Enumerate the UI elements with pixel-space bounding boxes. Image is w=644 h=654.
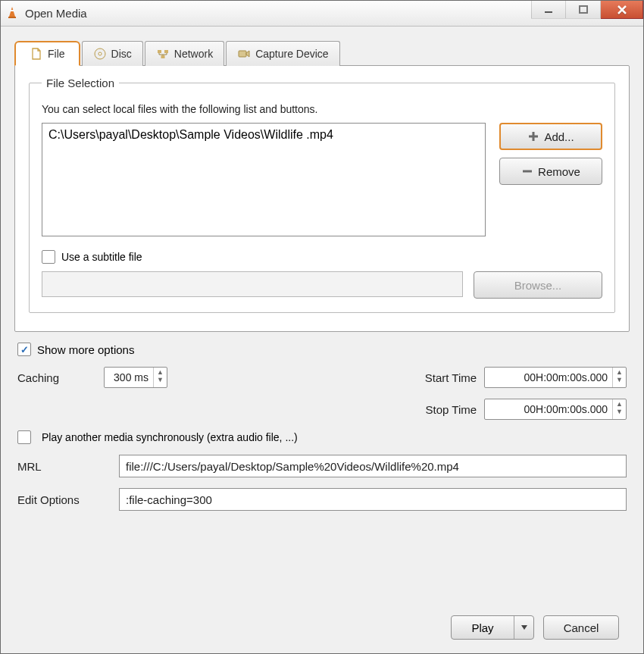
capture-icon (237, 47, 251, 61)
minimize-button[interactable] (531, 1, 566, 19)
plus-icon (527, 130, 539, 142)
minus-icon (521, 165, 533, 177)
subtitle-browse-label: Browse... (514, 279, 562, 292)
file-selection-legend: File Selection (42, 77, 119, 89)
edit-options-input[interactable]: :file-caching=300 (119, 488, 627, 511)
spinner-arrows-icon[interactable]: ▲▼ (612, 368, 623, 387)
svg-rect-7 (158, 50, 161, 53)
svg-rect-2 (8, 17, 16, 18)
dialog-footer: Play Cancel (14, 607, 630, 650)
svg-marker-11 (246, 51, 249, 57)
edit-options-label: Edit Options (17, 493, 108, 506)
spinner-arrows-icon[interactable]: ▲▼ (153, 368, 164, 387)
content-area: File Disc Network Capture Device (1, 27, 643, 653)
svg-marker-12 (521, 625, 527, 630)
remove-file-button[interactable]: Remove (499, 158, 602, 185)
remove-file-label: Remove (538, 165, 580, 178)
file-tab-panel: File Selection You can select local file… (14, 65, 630, 332)
spinner-arrows-icon[interactable]: ▲▼ (612, 399, 623, 419)
subtitle-checkbox-label: Use a subtitle file (61, 251, 142, 263)
show-more-label: Show more options (37, 343, 134, 356)
stop-time-value: 00H:00m:00s.000 (491, 403, 612, 415)
tab-capture-label: Capture Device (255, 48, 329, 60)
svg-rect-8 (164, 50, 168, 53)
svg-rect-9 (161, 55, 164, 58)
mrl-value: file:///C:/Users/payal/Desktop/Sample%20… (126, 460, 459, 473)
subtitle-checkbox[interactable] (42, 250, 55, 264)
file-list-item[interactable]: C:\Users\payal\Desktop\Sample Videos\Wil… (48, 128, 479, 142)
tab-network-label: Network (174, 48, 213, 60)
edit-options-value: :file-caching=300 (126, 493, 212, 506)
chevron-down-icon (521, 624, 528, 631)
file-selection-group: File Selection You can select local file… (29, 77, 615, 313)
play-sync-label: Play another media synchronously (extra … (42, 431, 298, 443)
show-more-checkbox[interactable] (17, 343, 31, 356)
tab-file-label: File (48, 48, 65, 60)
tab-bar: File Disc Network Capture Device (14, 41, 630, 66)
file-list[interactable]: C:\Users\payal\Desktop\Sample Videos\Wil… (42, 123, 486, 236)
svg-rect-1 (11, 10, 14, 11)
play-dropdown-toggle[interactable] (514, 616, 533, 639)
cancel-button[interactable]: Cancel (543, 615, 619, 640)
vlc-cone-icon (5, 5, 19, 21)
subtitle-path-input (42, 271, 463, 297)
file-icon (30, 47, 43, 61)
window-controls (531, 1, 643, 26)
tab-capture[interactable]: Capture Device (226, 41, 340, 66)
play-button[interactable]: Play (451, 615, 534, 640)
show-more-options-row: Show more options (17, 343, 630, 356)
svg-marker-0 (9, 7, 15, 17)
advanced-options: Caching 300 ms ▲▼ Start Time 00H:00m:00s… (14, 359, 630, 524)
svg-rect-10 (239, 51, 246, 57)
stop-time-label: Stop Time (397, 403, 477, 416)
window-title: Open Media (25, 7, 87, 20)
svg-point-6 (98, 52, 102, 55)
play-button-label: Play (452, 621, 514, 634)
add-file-button[interactable]: Add... (499, 123, 602, 150)
start-time-label: Start Time (397, 371, 477, 384)
play-sync-checkbox[interactable] (17, 430, 31, 444)
cancel-button-label: Cancel (564, 621, 599, 634)
stop-time-spin[interactable]: 00H:00m:00s.000 ▲▼ (484, 399, 627, 420)
add-file-label: Add... (544, 130, 574, 143)
network-icon (156, 47, 170, 61)
titlebar: Open Media (1, 1, 643, 27)
start-time-value: 00H:00m:00s.000 (491, 371, 612, 383)
tab-network[interactable]: Network (145, 41, 224, 66)
close-button[interactable] (601, 1, 643, 19)
svg-rect-4 (580, 6, 587, 13)
subtitle-browse-button: Browse... (474, 271, 602, 299)
caching-value: 300 ms (111, 371, 153, 383)
file-selection-hint: You can select local files with the foll… (42, 103, 602, 115)
mrl-label: MRL (17, 460, 108, 473)
tab-disc-label: Disc (111, 48, 132, 60)
maximize-button[interactable] (566, 1, 601, 19)
mrl-input[interactable]: file:///C:/Users/payal/Desktop/Sample%20… (119, 455, 627, 477)
start-time-spin[interactable]: 00H:00m:00s.000 ▲▼ (484, 367, 627, 388)
svg-rect-3 (545, 11, 552, 13)
caching-label: Caching (17, 371, 86, 384)
tab-file[interactable]: File (14, 41, 80, 66)
disc-icon (93, 47, 107, 61)
open-media-dialog: Open Media File (0, 0, 644, 654)
tab-disc[interactable]: Disc (82, 41, 143, 66)
caching-spin[interactable]: 300 ms ▲▼ (104, 367, 167, 388)
